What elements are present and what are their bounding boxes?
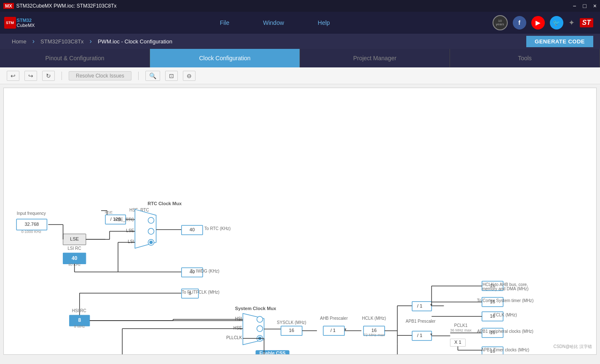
fclk-label: FCLK (MHz) [493, 313, 517, 317]
menu-icons: 10years f ▶ 🐦 ✦ ST [493, 15, 593, 30]
sys-pll-label: PLLCLK [226, 335, 242, 340]
window-title: STM32CubeMX PWM.ioc: STM32F103C8Tx [16, 3, 117, 9]
toolbar-separator-2 [138, 72, 139, 80]
zoom-out-button[interactable]: ⊖ [183, 71, 196, 81]
rtc-radio-hse-inner [150, 219, 152, 222]
apb1-prescaler-label: APB1 Prescaler [406, 319, 436, 324]
tab-project[interactable]: Project Manager [300, 49, 450, 67]
maximize-button[interactable]: □ [583, 3, 586, 9]
to-rtc-label: To RTC (KHz) [204, 226, 230, 231]
ahb-div-value: / 1 [330, 328, 335, 333]
lse-input-value: 32.768 [24, 222, 39, 227]
to-iwdg-label: To IWDG (KHz) [190, 269, 219, 273]
sysclk-value: 16 [289, 328, 294, 333]
logo-area: STM STM32 CubeMX [7, 13, 32, 32]
ahb-prescaler-label: AHB Prescaler [320, 316, 348, 321]
titlebar-controls[interactable]: − □ × [573, 3, 597, 9]
lse-range-label: 0-1000 KHz [21, 230, 41, 234]
main-diagram: Input frequency 32.768 0-1000 KHz LSE LS… [3, 88, 597, 355]
st-logo: ST [580, 18, 593, 27]
refresh-button[interactable]: ↻ [42, 71, 55, 81]
hclk-72max-label: 72 MHz max [363, 333, 385, 337]
apb1-timer-label: APB1 Timer clocks (MHz) [481, 348, 529, 352]
rtc-mux-label: RTC Clock Mux [147, 201, 182, 206]
watermark-text: CSDN@哈比 汉字错 [554, 344, 592, 349]
mux-hse-rtc-label: HSE_RTC [115, 217, 134, 222]
div1-top-value: / 1 [417, 303, 422, 308]
undo-button[interactable]: ↩ [7, 71, 19, 81]
app-logo: MX [3, 3, 14, 9]
menu-items: File Window Help [57, 19, 493, 26]
generate-code-button[interactable]: GENERATE CODE [526, 36, 593, 47]
titlebar: MX STM32CubeMX PWM.ioc: STM32F103C8Tx − … [0, 0, 600, 12]
bc-current[interactable]: PWM.ioc - Clock Configuration [93, 38, 177, 45]
tab-pinout[interactable]: Pinout & Configuration [0, 49, 150, 67]
clock-svg: Input frequency 32.768 0-1000 KHz LSE LS… [4, 88, 596, 354]
close-button[interactable]: × [593, 3, 597, 9]
twitter-icon[interactable]: 🐦 [550, 16, 563, 29]
hclk-mhz-label: HCLK (MHz) [362, 316, 386, 321]
resolve-clock-button[interactable]: Resolve Clock Issues [69, 71, 131, 80]
svg-point-16 [259, 327, 261, 330]
cortex-label: To Cortex System timer (MHz) [477, 298, 533, 303]
facebook-icon[interactable]: f [513, 16, 526, 29]
breadcrumb: Home › STM32F103C8Tx › PWM.ioc - Clock C… [0, 34, 600, 49]
network-icon: ✦ [568, 18, 575, 27]
apb1-div-value: / 1 [417, 333, 422, 338]
svg-point-15 [259, 318, 261, 321]
hsi-rc-label: HSI RC [72, 308, 86, 313]
bc-sep-2: › [90, 37, 92, 45]
toolbar: ↩ ↪ ↻ Resolve Clock Issues 🔍 ⊡ ⊖ [0, 67, 600, 84]
to-flit-label: To FLITFCLK (MHz) [182, 290, 220, 294]
lse-label: LSE [70, 236, 79, 241]
stm32cubemx-logo: STM STM32 CubeMX [7, 13, 32, 32]
sys-clk-mux-label: System Clock Mux [235, 306, 276, 311]
hsi-value: 8 [78, 317, 81, 323]
tab-tools[interactable]: Tools [450, 49, 600, 67]
youtube-icon[interactable]: ▶ [531, 16, 545, 29]
svg-point-4 [150, 230, 152, 233]
menubar: STM STM32 CubeMX File Window Help 10year… [0, 12, 600, 34]
sys-hse-label: HSE [233, 326, 242, 330]
rtc-radio-lsi-selected [149, 241, 153, 244]
zoom-in-button[interactable]: 🔍 [145, 71, 160, 81]
menu-help[interactable]: Help [318, 19, 330, 26]
tabbar: Pinout & Configuration Clock Configurati… [0, 49, 600, 67]
fit-button[interactable]: ⊡ [165, 71, 178, 81]
bc-sep-1: › [32, 37, 35, 45]
apb1-x1-label: X 1 [454, 340, 461, 345]
hclk-value: 16 [372, 328, 377, 333]
to-rtc-value: 40 [190, 227, 195, 232]
bc-home[interactable]: Home [7, 38, 32, 45]
enable-css-label: Enable CSS [260, 351, 286, 354]
mux-lse-label: LSE [126, 228, 134, 233]
input-freq-lse-label: Input frequency [17, 211, 46, 216]
toolbar-separator [62, 72, 62, 80]
minimize-button[interactable]: − [573, 3, 576, 9]
pclk1-label: PCLK1 [454, 323, 468, 328]
bc-device[interactable]: STM32F103C8Tx [35, 38, 89, 45]
lsi-value: 40 [72, 255, 78, 261]
lsi-rc-label: LSI RC [68, 246, 81, 251]
redo-button[interactable]: ↪ [24, 71, 37, 81]
hsi-mhz-label: 8 MHz [74, 324, 86, 329]
mux-lsi-label: LSI [128, 239, 134, 244]
apb1-peri-label: APB1 peripheral clocks (MHz) [477, 329, 533, 334]
menu-window[interactable]: Window [263, 19, 284, 26]
sysclk-mhz-label: SYSCLK (MHz) [277, 320, 306, 325]
titlebar-left: MX STM32CubeMX PWM.ioc: STM32F103C8Tx [3, 3, 117, 9]
version-badge: 10years [493, 15, 508, 30]
tab-clock[interactable]: Clock Configuration [150, 49, 300, 67]
svg-text:memory and DMA (MHz): memory and DMA (MHz) [482, 286, 528, 291]
apb1-36max-label: 36 MHz max [450, 328, 471, 332]
menu-file[interactable]: File [220, 19, 230, 26]
